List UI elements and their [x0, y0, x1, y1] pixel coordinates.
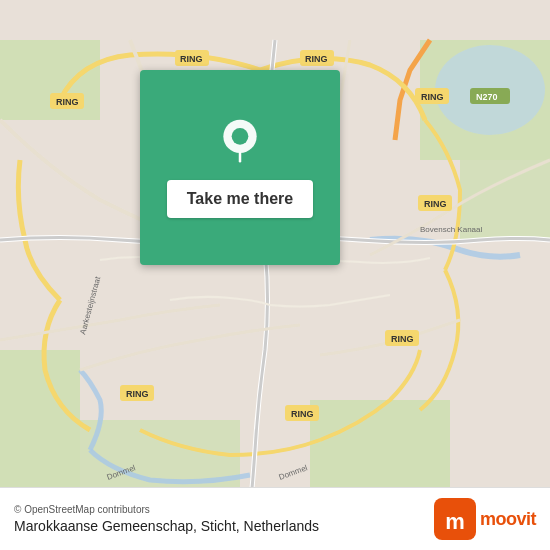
- location-info: © OpenStreetMap contributors Marokkaanse…: [14, 504, 319, 534]
- svg-text:RING: RING: [421, 92, 444, 102]
- svg-text:RING: RING: [126, 389, 149, 399]
- take-me-there-button[interactable]: Take me there: [167, 180, 313, 218]
- svg-text:RING: RING: [391, 334, 414, 344]
- location-card: Take me there: [140, 70, 340, 265]
- svg-text:RING: RING: [180, 54, 203, 64]
- location-name: Marokkaanse Gemeenschap, Sticht, Netherl…: [14, 518, 319, 534]
- osm-attribution: © OpenStreetMap contributors: [14, 504, 319, 515]
- moovit-logo: m moovit: [434, 498, 536, 540]
- svg-text:RING: RING: [424, 199, 447, 209]
- svg-text:RING: RING: [56, 97, 79, 107]
- moovit-text: moovit: [480, 509, 536, 530]
- moovit-icon: m: [434, 498, 476, 540]
- svg-point-30: [232, 128, 249, 145]
- svg-text:Dommel: Dommel: [278, 463, 309, 482]
- svg-text:m: m: [445, 509, 465, 534]
- svg-rect-3: [0, 350, 80, 510]
- bottom-bar: © OpenStreetMap contributors Marokkaanse…: [0, 487, 550, 550]
- svg-text:N270: N270: [476, 92, 498, 102]
- svg-text:RING: RING: [291, 409, 314, 419]
- svg-text:RING: RING: [305, 54, 328, 64]
- svg-rect-0: [0, 40, 100, 120]
- location-pin-icon: [215, 118, 265, 168]
- svg-text:Bovensch Kanaal: Bovensch Kanaal: [420, 225, 482, 234]
- map-container: RING RING RING RING RING RING RING RING …: [0, 0, 550, 550]
